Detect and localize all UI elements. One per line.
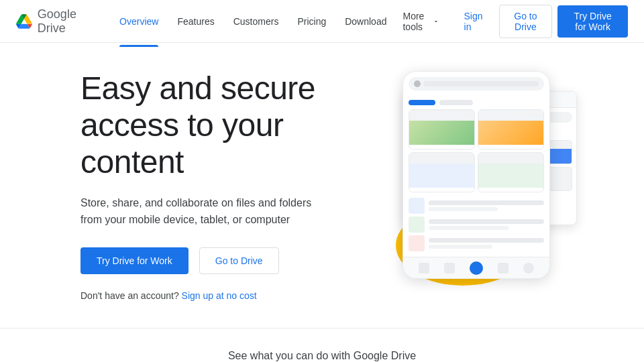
card-header: [478, 110, 543, 121]
hero-title: Easy and secure access to your content: [80, 70, 362, 181]
nav-links: Overview Features Customers Pricing Down…: [111, 11, 394, 32]
brand-logo[interactable]: Google Drive: [16, 7, 90, 36]
nav-link-overview[interactable]: Overview: [111, 11, 166, 32]
nav-link-pricing[interactable]: Pricing: [289, 11, 334, 32]
chevron-down-icon: [433, 16, 439, 27]
card-image: [478, 121, 543, 145]
phone-card: [409, 109, 475, 149]
hero-illustration: [389, 71, 590, 299]
sign-up-link[interactable]: Sign up at no cost: [182, 290, 257, 301]
divider-text: See what you can do with Google Drive: [0, 350, 644, 362]
hero-subtitle: Store, share, and collaborate on files a…: [80, 194, 322, 229]
try-drive-nav-button[interactable]: Try Drive for Work: [557, 5, 628, 38]
phone-card: [409, 152, 475, 192]
more-tools-button[interactable]: More tools: [394, 5, 447, 38]
hero-content: Easy and secure access to your content S…: [80, 70, 362, 301]
phone-mockup: [402, 71, 550, 279]
phone-file-grid: [409, 109, 544, 192]
try-drive-hero-button[interactable]: Try Drive for Work: [80, 247, 189, 274]
card-header: [409, 110, 474, 121]
nav-link-features[interactable]: Features: [169, 11, 222, 32]
nav-link-customers[interactable]: Customers: [225, 11, 287, 32]
card-image: [478, 164, 543, 188]
divider-section: See what you can do with Google Drive: [0, 328, 644, 362]
no-account-text: Don't have an account? Sign up at no cos…: [80, 290, 362, 301]
hero-buttons: Try Drive for Work Go to Drive: [80, 247, 362, 274]
go-to-drive-button[interactable]: Go to Drive: [499, 5, 553, 38]
phone-card: [478, 152, 544, 192]
card-header: [478, 153, 543, 164]
google-drive-icon: [16, 12, 32, 31]
nav-link-download[interactable]: Download: [337, 11, 394, 32]
brand-name: Google Drive: [38, 7, 90, 36]
card-image: [409, 164, 474, 188]
sign-in-button[interactable]: Sign in: [453, 5, 494, 38]
phone-search-bar: [409, 77, 544, 90]
nav-right: More tools Sign in Go to Drive Try Drive…: [394, 5, 628, 38]
phone-inner: [403, 72, 549, 278]
navbar: Google Drive Overview Features Customers…: [0, 0, 644, 43]
phone-card: [478, 109, 544, 149]
hero-section: Easy and secure access to your content S…: [0, 43, 644, 328]
go-to-drive-hero-button[interactable]: Go to Drive: [199, 247, 279, 274]
card-header: [409, 153, 474, 164]
card-image: [409, 121, 474, 145]
